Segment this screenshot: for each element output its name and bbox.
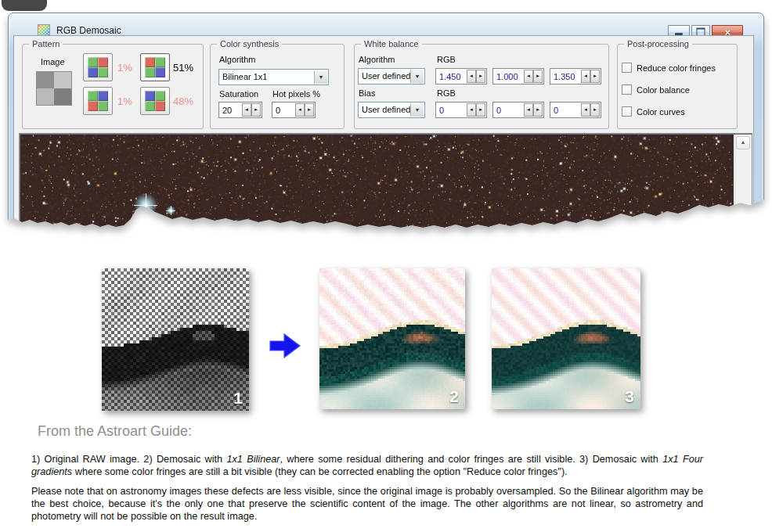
- scroll-down-button[interactable]: ▼: [736, 210, 750, 223]
- spin-right-icon: ►: [478, 107, 483, 112]
- window-title: RGB Demosaic: [56, 25, 121, 36]
- color-balance-label: Color balance: [637, 85, 690, 95]
- combo-dropdown-button[interactable]: ▼: [410, 103, 424, 117]
- bilinear-result-canvas: [319, 268, 465, 409]
- wb-blue-input[interactable]: [550, 69, 583, 84]
- spin-right-icon: ►: [536, 107, 540, 112]
- spin-right-icon: ►: [593, 107, 597, 112]
- bias-red-input[interactable]: [436, 102, 469, 117]
- image-preview-panel: ▲ ▼: [19, 133, 752, 250]
- figure-number: 3: [625, 387, 634, 406]
- pattern-percent: 1%: [117, 62, 132, 74]
- spin-left-icon: ◄: [526, 107, 531, 112]
- spin-left-icon: ◄: [526, 74, 531, 78]
- bias-green-input[interactable]: [493, 102, 526, 117]
- wb-algorithm-label: Algorithm: [359, 55, 395, 64]
- pattern-button-bggr[interactable]: [140, 87, 170, 115]
- bias-label: Bias: [359, 88, 375, 98]
- wb-green-increment-button[interactable]: ►: [533, 70, 543, 83]
- post-processing-legend: Post-processing: [624, 39, 692, 49]
- color-balance-checkbox[interactable]: [622, 84, 632, 95]
- bias-red-spinner: ◄ ►: [435, 102, 487, 118]
- spin-right-icon: ►: [593, 74, 597, 78]
- bias-green-spinner: ◄ ►: [492, 102, 544, 118]
- spin-right-icon: ►: [536, 74, 540, 78]
- reduce-color-fringes-checkbox[interactable]: [622, 63, 632, 73]
- vertical-scrollbar[interactable]: ▲ ▼: [734, 135, 751, 249]
- bias-red-decrement-button[interactable]: ◄: [467, 103, 476, 117]
- spin-left-icon: ◄: [469, 107, 474, 112]
- wb-red-input[interactable]: [436, 69, 469, 84]
- combo-dropdown-button[interactable]: ▼: [410, 70, 424, 83]
- pattern-button-rggb[interactable]: [140, 53, 170, 81]
- figure-bilinear-result: 2: [319, 268, 465, 409]
- wb-blue-increment-button[interactable]: ►: [590, 70, 600, 83]
- starfield-preview: [20, 135, 734, 249]
- hot-pixels-label: Hot pixels %: [272, 89, 320, 99]
- pattern-button-grbg[interactable]: [83, 53, 113, 81]
- guide-paragraph-2: Please note that on astronomy images the…: [31, 485, 703, 523]
- spin-left-icon: ◄: [583, 74, 588, 78]
- wb-green-decrement-button[interactable]: ◄: [524, 70, 533, 83]
- minimize-icon: [675, 33, 683, 35]
- guide-heading: From the Astroart Guide:: [38, 423, 192, 440]
- wb-green-input[interactable]: [493, 69, 526, 84]
- wb-red-increment-button[interactable]: ►: [476, 70, 485, 83]
- image-pattern-thumbnail: [36, 71, 72, 106]
- wb-green-spinner: ◄ ►: [492, 68, 544, 84]
- saturation-input[interactable]: [219, 102, 244, 117]
- wb-blue-decrement-button[interactable]: ◄: [581, 70, 590, 83]
- maximize-icon: [697, 28, 705, 37]
- color-balance-row: Color balance: [622, 84, 690, 95]
- wb-red-decrement-button[interactable]: ◄: [467, 70, 476, 83]
- thumb-cell: [54, 72, 71, 88]
- bias-blue-input[interactable]: [550, 102, 583, 117]
- bias-blue-decrement-button[interactable]: ◄: [581, 103, 590, 117]
- saturation-increment-button[interactable]: ►: [251, 103, 261, 117]
- spin-left-icon: ◄: [244, 107, 249, 112]
- bias-rgb-label: RGB: [437, 88, 456, 98]
- bias-blue-increment-button[interactable]: ►: [590, 103, 600, 117]
- figure-raw-mosaic: 1: [102, 268, 249, 411]
- pattern-glyph: [145, 91, 165, 111]
- thumb-cell: [37, 72, 54, 88]
- reduce-color-fringes-row: Reduce color fringes: [622, 63, 716, 73]
- color-curves-checkbox[interactable]: [622, 106, 632, 117]
- white-balance-legend: White balance: [361, 39, 422, 49]
- bias-blue-spinner: ◄ ►: [550, 102, 601, 118]
- pattern-button-gbrg[interactable]: [83, 87, 113, 115]
- pattern-glyph: [145, 57, 165, 77]
- algorithm-value: Bilinear 1x1: [219, 70, 328, 81]
- torn-screenshot-clip: RGB Demosaic × Pattern Image 1% 51% 1% 4…: [0, 0, 772, 250]
- algorithm-combobox[interactable]: Bilinear 1x1 ▼: [218, 69, 329, 85]
- algorithm-label: Algorithm: [219, 55, 255, 64]
- color-synthesis-legend: Color synthesis: [217, 39, 282, 49]
- chevron-down-icon: ▼: [415, 74, 420, 79]
- bias-red-increment-button[interactable]: ►: [476, 103, 485, 117]
- saturation-decrement-button[interactable]: ◄: [242, 103, 251, 117]
- pattern-glyph: [88, 57, 108, 77]
- demosaic-arrow-icon: [269, 331, 301, 364]
- wb-algorithm-combobox[interactable]: User defined ▼: [358, 68, 425, 84]
- bias-green-decrement-button[interactable]: ◄: [524, 103, 533, 117]
- wb-rgb-label: RGB: [437, 55, 456, 64]
- figure-four-gradients-result: 3: [492, 268, 640, 409]
- pattern-percent: 48%: [173, 95, 193, 107]
- hot-pixels-increment-button[interactable]: ►: [305, 103, 314, 117]
- guide-text: , where some residual dithering and colo…: [280, 454, 663, 465]
- combo-dropdown-button[interactable]: ▼: [314, 70, 327, 84]
- chevron-down-icon: ▼: [319, 74, 324, 80]
- pattern-group-legend: Pattern: [29, 39, 63, 49]
- bias-combobox[interactable]: User defined ▼: [358, 102, 425, 118]
- wb-blue-spinner: ◄ ►: [550, 68, 601, 84]
- guide-paragraph-1: 1) Original RAW image. 2) Demosaic with …: [31, 453, 703, 478]
- thumb-cell: [54, 88, 71, 105]
- scroll-up-button[interactable]: ▲: [736, 136, 750, 149]
- pattern-percent: 51%: [173, 62, 193, 74]
- hot-pixels-input[interactable]: [272, 102, 298, 117]
- screenshot-root: RGB Demosaic × Pattern Image 1% 51% 1% 4…: [0, 0, 772, 532]
- bias-green-increment-button[interactable]: ►: [533, 103, 543, 117]
- hot-pixels-decrement-button[interactable]: ◄: [295, 103, 305, 117]
- saturation-spinner: ◄ ►: [218, 102, 262, 118]
- pattern-glyph: [88, 91, 108, 111]
